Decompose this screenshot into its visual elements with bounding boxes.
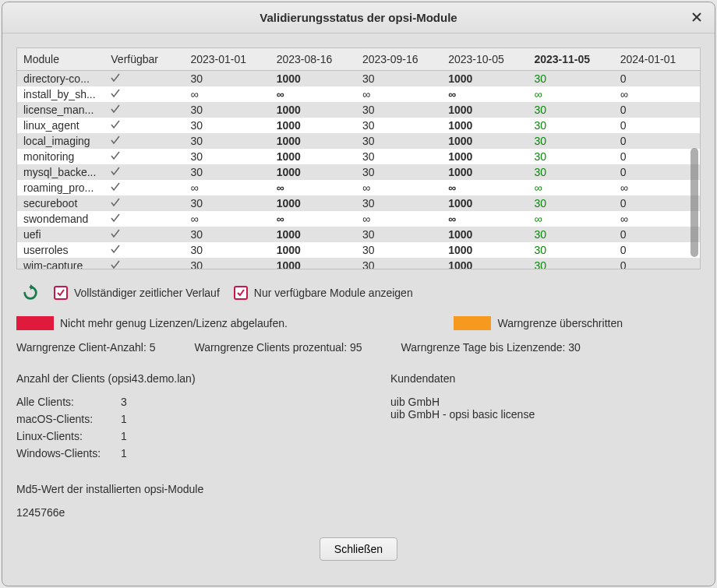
cell-value: 30 [184, 258, 270, 269]
checkbox-only-available[interactable]: Nur verfügbare Module anzeigen [234, 286, 413, 300]
swatch-orange [454, 316, 491, 330]
cell-available [104, 227, 184, 242]
cell-module: secureboot [17, 195, 104, 211]
table-row[interactable]: secureboot301000301000300 [17, 195, 700, 211]
table-row[interactable]: linux_agent301000301000300 [17, 118, 700, 133]
cell-value: ∞ [442, 86, 528, 102]
cell-value: ∞ [528, 86, 613, 102]
legend-orange-label: Warngrenze überschritten [497, 317, 623, 329]
cell-value: 1000 [270, 164, 356, 180]
cell-value: 1000 [270, 102, 356, 118]
cell-value: 1000 [442, 258, 528, 269]
cell-value: 30 [184, 149, 270, 164]
cell-value: 1000 [442, 149, 528, 164]
cell-value: 30 [184, 118, 270, 133]
all-clients-label: Alle Clients: [16, 396, 113, 408]
close-button[interactable]: Schließen [320, 537, 397, 561]
scrollbar[interactable] [691, 70, 698, 267]
col-date-1[interactable]: 2023-01-01 [184, 48, 270, 71]
cell-value: 0 [614, 149, 700, 164]
table-row[interactable]: directory-co...301000301000300 [17, 71, 700, 87]
cell-value: 1000 [270, 133, 356, 149]
cell-value: 1000 [442, 227, 528, 242]
table-row[interactable]: license_man...301000301000300 [17, 102, 700, 118]
checkmark-icon [111, 73, 120, 83]
cell-value: 30 [356, 227, 442, 242]
cell-value: ∞ [614, 86, 700, 102]
checkmark-icon [111, 104, 120, 114]
col-date-6[interactable]: 2024-01-01 [614, 48, 700, 71]
table-row[interactable]: swondemand∞∞∞∞∞∞ [17, 211, 700, 227]
cell-value: 1000 [442, 102, 528, 118]
checkmark-icon [111, 245, 120, 254]
cell-value: ∞ [356, 211, 442, 227]
col-module[interactable]: Module [17, 48, 104, 71]
table-row[interactable]: local_imaging301000301000300 [17, 133, 700, 149]
cell-value: 30 [356, 118, 442, 133]
table-row[interactable]: roaming_pro...∞∞∞∞∞∞ [17, 180, 700, 195]
refresh-icon[interactable] [21, 283, 40, 302]
table-header-row: Module Verfügbar 2023-01-01 2023-08-16 2… [17, 48, 700, 71]
cell-value: 0 [614, 227, 700, 242]
cell-value: ∞ [614, 211, 700, 227]
cell-available [104, 86, 184, 102]
scrollbar-thumb[interactable] [691, 148, 698, 257]
modules-table[interactable]: Module Verfügbar 2023-01-01 2023-08-16 2… [17, 48, 700, 269]
col-date-2[interactable]: 2023-08-16 [270, 48, 356, 71]
cell-value: 1000 [442, 133, 528, 149]
col-available[interactable]: Verfügbar [104, 48, 184, 71]
checkbox-full-history[interactable]: Vollständiger zeitlicher Verlauf [54, 286, 220, 300]
cell-value: 1000 [270, 195, 356, 211]
cell-module: local_imaging [17, 133, 104, 149]
cell-value: 30 [528, 149, 613, 164]
swatch-red [16, 316, 54, 330]
win-clients-label: Windows-Clients: [16, 447, 113, 459]
cell-available [104, 211, 184, 227]
checkmark-icon [111, 182, 120, 192]
window-title: Validierungsstatus der opsi-Module [260, 11, 457, 24]
customer-line2: uib GmbH - opsi basic license [390, 408, 701, 421]
cell-value: 0 [614, 242, 700, 258]
cell-value: 1000 [442, 71, 528, 87]
warn-client-count: Warngrenze Client-Anzahl: 5 [16, 341, 155, 354]
table-row[interactable]: monitoring301000301000300 [17, 149, 700, 164]
cell-value: 0 [614, 164, 700, 180]
checkmark-icon [111, 167, 120, 176]
col-date-4[interactable]: 2023-10-05 [442, 48, 528, 71]
cell-value: 1000 [270, 258, 356, 269]
cell-value: 30 [528, 242, 613, 258]
md5-header: Md5-Wert der installierten opsi-Module [16, 483, 328, 495]
col-date-5[interactable]: 2023-11-05 [528, 48, 613, 71]
cell-value: 1000 [270, 227, 356, 242]
table-row[interactable]: wim-capture301000301000300 [17, 258, 700, 269]
checkmark-icon [111, 89, 120, 98]
table-row[interactable]: install_by_sh...∞∞∞∞∞∞ [17, 86, 700, 102]
cell-value: 30 [184, 102, 270, 118]
table-row[interactable]: uefi301000301000300 [17, 227, 700, 242]
linux-clients-value: 1 [121, 430, 127, 442]
mac-clients-label: macOS-Clients: [16, 413, 113, 425]
cell-value: 1000 [270, 149, 356, 164]
cell-value: 30 [528, 102, 613, 118]
table-row[interactable]: userroles301000301000300 [17, 242, 700, 258]
cell-value: ∞ [184, 86, 270, 102]
modules-table-container: Module Verfügbar 2023-01-01 2023-08-16 2… [16, 48, 701, 269]
cell-value: 30 [356, 242, 442, 258]
table-row[interactable]: mysql_backe...301000301000300 [17, 164, 700, 180]
cell-value: 30 [528, 195, 613, 211]
close-icon[interactable] [688, 9, 705, 26]
cell-value: 0 [614, 258, 700, 269]
cell-value: 30 [356, 133, 442, 149]
checkbox-icon [54, 286, 68, 300]
cell-value: 0 [614, 102, 700, 118]
checkbox-only-available-label: Nur verfügbare Module anzeigen [254, 287, 413, 299]
col-date-3[interactable]: 2023-09-16 [356, 48, 442, 71]
cell-module: mysql_backe... [17, 164, 104, 180]
cell-value: 30 [356, 164, 442, 180]
cell-value: 30 [184, 164, 270, 180]
cell-module: swondemand [17, 211, 104, 227]
cell-value: ∞ [270, 180, 356, 195]
cell-value: 30 [528, 258, 613, 269]
cell-value: ∞ [614, 180, 700, 195]
cell-available [104, 133, 184, 149]
